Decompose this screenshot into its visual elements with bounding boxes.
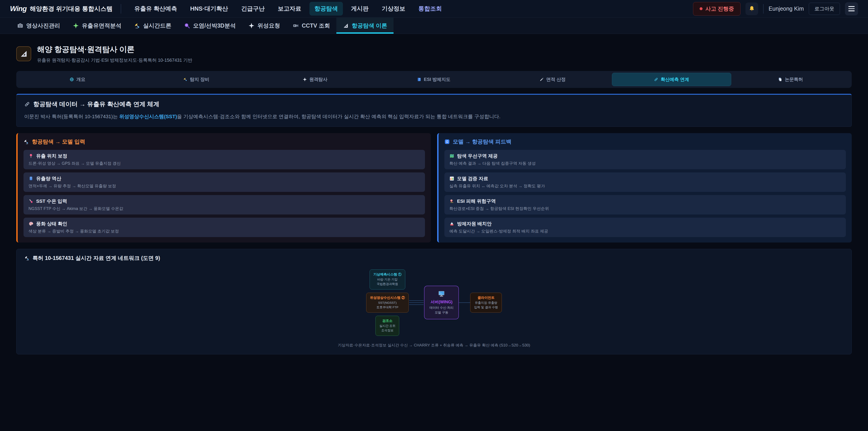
camera-icon	[17, 23, 23, 29]
top-navigation-bar: Wing 해양환경 위기대응 통합시스템 유출유 확산예측 HNS·대기확산 긴…	[0, 0, 868, 18]
book-icon	[417, 77, 421, 82]
monitor-icon	[438, 290, 445, 298]
user-name: Eunjeong Kim	[769, 5, 804, 12]
list-item-response-resources: 방제자원 배치안 예측 도달시간 → 오일펜스·방제정 최적 배치 좌표 제공	[444, 218, 846, 237]
list-item-esi-hazard-zone: ESI 피해 위험구역 확산경로×ESI 중첩 → 항공탐색 ESI 현장확인 …	[444, 195, 846, 214]
page-subtitle: 유출유 원격탐지·항공감시 기법·ESI 방제정보지도·등록특허 10-1567…	[37, 57, 192, 63]
ship-icon	[450, 221, 454, 226]
list-item-weathering-state: 풍화 상태 확인 색상 분류 → 증발비 추정 → 풍화모델 초기값 보정	[24, 218, 425, 237]
list-item-model-validation: 모델 검증 자료 실측 유출유 위치 ↔ 예측값 오차 분석 → 정확도 평가	[444, 173, 846, 192]
refresh-icon	[444, 139, 450, 145]
menu-item-emergency-rescue[interactable]: 긴급구난	[236, 2, 270, 16]
page-title: 해양 항공탐색·원격탐사 이론	[37, 44, 192, 55]
app-root: Wing 해양환경 위기대응 통합시스템 유출유 확산예측 HNS·대기확산 긴…	[0, 0, 868, 431]
barrel-icon	[29, 176, 33, 181]
list-item-sst-temperature: SST 수온 입력 NGSST FTP 수신 → Akima 보간 → 풍화모델…	[24, 195, 425, 214]
hamburger-icon	[848, 6, 855, 7]
topnav-right-group: 사고 진행중 Eunjeong Kim 로그아웃	[693, 2, 858, 16]
menu-item-aerial-search[interactable]: 항공탐색	[309, 2, 343, 16]
node-satellite-receiver: 위성영상수신시스템 ② SST(NGSST)토호쿠대학 FTP	[366, 293, 409, 313]
list-item-priority-zone: 탐색 우선구역 제공 확산 예측 결과 → 다음 탐색 집중구역 자동 생성	[444, 150, 846, 169]
patent-network-card: 특허 10-1567431 실시간 자료 연계 네트워크 (도면 9) 기상예측…	[16, 249, 852, 355]
pill-remote-sensing[interactable]: 원격탐사	[256, 73, 374, 86]
subtab-image-photo-management[interactable]: 영상사진관리	[11, 18, 66, 34]
subtab-satellite-request[interactable]: 위성요청	[242, 18, 286, 34]
pill-detection-equipment[interactable]: 탐지 장비	[137, 73, 255, 86]
menu-item-integrated-search[interactable]: 통합조회	[413, 2, 447, 16]
incident-status-badge[interactable]: 사고 진행중	[693, 2, 741, 16]
network-diagram: 기상예측시스템 ① 바람·기온·기압국립환경과학원 위성영상수신시스템 ② SS…	[24, 269, 844, 336]
app-title: 해양환경 위기대응 통합시스템	[30, 5, 113, 13]
subtab-pollution-ship-3d[interactable]: 오염/선박3D분석	[178, 18, 242, 34]
antenna-icon	[24, 255, 30, 261]
subtab-aerial-search-theory[interactable]: 항공탐색 이론	[336, 18, 394, 34]
pin-icon	[29, 153, 33, 158]
incident-dot-icon	[700, 7, 703, 10]
palette-icon	[29, 221, 33, 226]
subtab-realtime-drone[interactable]: 실시간드론	[128, 18, 178, 34]
sst-system-link[interactable]: 위성영상수신시스템(SST)	[119, 114, 177, 119]
chart-icon	[450, 176, 454, 181]
list-item-spill-location: 유출 위치 보정 드론·위성 영상 → GPS 좌표 → 모델 유출지점 갱신	[24, 150, 425, 169]
menu-item-oil-spill-prediction[interactable]: 유출유 확산예측	[129, 2, 182, 16]
aerial-to-model-card-title: 항공탐색 → 모델 입력	[24, 138, 425, 145]
notification-bell-button[interactable]	[745, 2, 758, 15]
menu-item-weather-info[interactable]: 기상정보	[377, 2, 410, 16]
sub-navigation-bar: 영상사진관리 유출유면적분석 실시간드론 오염/선박3D분석 위성요청 CCTV…	[0, 18, 868, 34]
main-menu: 유출유 확산예측 HNS·대기확산 긴급구난 보고자료 항공탐색 게시판 기상정…	[129, 2, 447, 16]
satellite-antenna-icon	[134, 23, 140, 29]
section-pill-bar: 개요 탐지 장비 원격탐사 ESI 방제지도 면적 산정 확산예측 연계	[16, 71, 852, 88]
antenna-icon	[24, 139, 29, 145]
video-camera-icon	[293, 23, 299, 29]
link-icon	[24, 101, 30, 107]
pencil-icon	[539, 77, 544, 82]
hamburger-menu-button[interactable]	[845, 2, 858, 16]
network-connector-line	[459, 302, 470, 303]
linkage-overview-section: 항공탐색 데이터 → 유출유 확산예측 연계 체계 이문진 박사 특허(등록특허…	[16, 94, 852, 127]
pill-overview[interactable]: 개요	[18, 73, 137, 86]
star-icon	[248, 23, 254, 29]
node-wing-server: 서버(WING) 데이터 수신·처리모델 구동	[424, 286, 459, 319]
logout-button[interactable]: 로그아웃	[809, 3, 840, 15]
incident-badge-label: 사고 진행중	[706, 5, 734, 12]
node-tide-station: 검조소 실시간 조위조석정보	[375, 316, 399, 336]
menu-item-hns-air-diffusion[interactable]: HNS·대기확산	[185, 2, 233, 16]
list-item-spill-volume: 유출량 역산 면적×두께 → 유량 추정 → 확산모델 유출량 보정	[24, 173, 425, 192]
magnifier-icon	[184, 23, 190, 29]
network-connector-triple-line	[409, 300, 424, 305]
aerial-to-model-card: 항공탐색 → 모델 입력 유출 위치 보정 드론·위성 영상 → GPS 좌표 …	[16, 133, 431, 243]
star-icon	[303, 77, 307, 82]
pill-papers-patents[interactable]: 논문특허	[731, 73, 850, 86]
pill-area-calculation[interactable]: 면적 산정	[493, 73, 612, 86]
main-content: 해양 항공탐색·원격탐사 이론 유출유 원격탐지·항공감시 기법·ESI 방제정…	[0, 44, 868, 355]
bell-icon	[748, 5, 755, 12]
link-icon	[654, 77, 658, 82]
page-title-icon-box	[16, 46, 31, 61]
linkage-section-description: 이문진 박사 특허(등록특허 10-1567431)는 위성영상수신시스템(SS…	[24, 113, 844, 120]
pill-esi-map[interactable]: ESI 방제지도	[374, 73, 493, 86]
thermometer-icon	[29, 199, 33, 204]
model-to-aerial-card-title: 모델 → 항공탐색 피드백	[444, 138, 846, 145]
triangle-ruler-icon	[343, 23, 349, 29]
patent-network-title: 특허 10-1567431 실시간 자료 연계 네트워크 (도면 9)	[24, 254, 844, 262]
wing-logo-mark: Wing	[10, 4, 27, 13]
linkage-section-title: 항공탐색 데이터 → 유출유 확산예측 연계 체계	[24, 100, 844, 108]
app-logo[interactable]: Wing 해양환경 위기대응 통합시스템	[10, 4, 113, 13]
triangle-ruler-icon	[20, 50, 28, 58]
menu-item-reports[interactable]: 보고자료	[273, 2, 306, 16]
subtab-oil-area-analysis[interactable]: 유출유면적분석	[66, 18, 128, 34]
model-to-aerial-card: 모델 → 항공탐색 피드백 탐색 우선구역 제공 확산 예측 결과 → 다음 탐…	[437, 133, 852, 243]
pill-diffusion-prediction-link[interactable]: 확산예측 연계	[612, 73, 731, 86]
linkage-cards-row: 항공탐색 → 모델 입력 유출 위치 보정 드론·위성 영상 → GPS 좌표 …	[16, 133, 852, 243]
hazard-zone-icon	[450, 199, 454, 204]
menu-item-board[interactable]: 게시판	[346, 2, 374, 16]
nav-divider	[763, 4, 764, 13]
node-client: 클라이언트 유출지점·유출량입력 및 결과 수령	[470, 293, 502, 313]
sparkle-icon	[73, 23, 79, 29]
nav-divider	[121, 4, 121, 13]
subtab-cctv-view[interactable]: CCTV 조회	[286, 18, 336, 34]
antenna-icon	[183, 77, 187, 82]
network-caption: 기상자료·수온자료·조석정보 실시간 수신 → CHARRY 조류 + 취송류 …	[24, 343, 844, 348]
page-title-block: 해양 항공탐색·원격탐사 이론 유출유 원격탐지·항공감시 기법·ESI 방제정…	[16, 44, 852, 63]
map-icon	[450, 153, 454, 158]
